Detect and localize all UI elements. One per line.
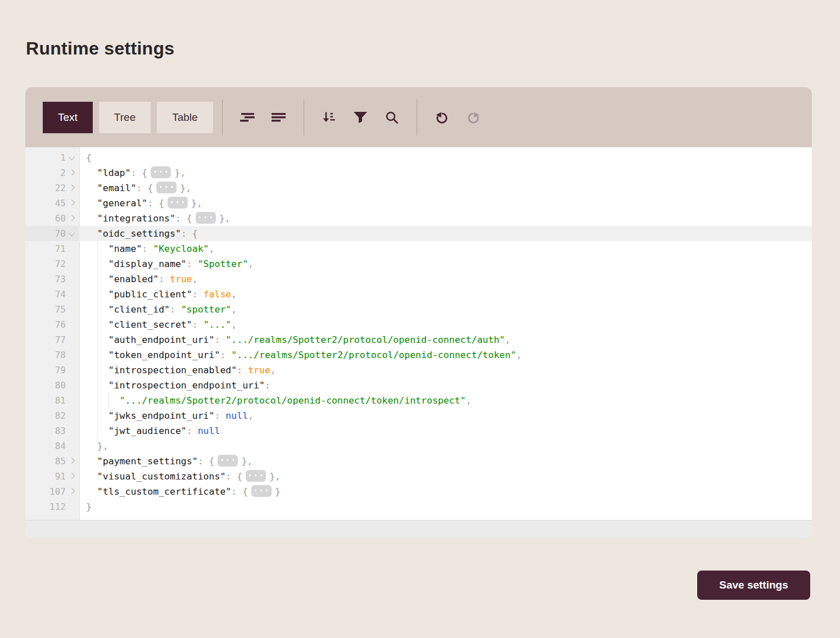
code-line[interactable]: 80"introspection_endpoint_uri": xyxy=(25,378,812,393)
undo-button[interactable] xyxy=(430,105,454,130)
collapsed-content-pill[interactable]: ··· xyxy=(196,212,216,224)
code-line[interactable]: 78"token_endpoint_uri": ".../realms/Spot… xyxy=(25,347,812,363)
fold-toggle[interactable] xyxy=(66,459,79,464)
token-key: "email" xyxy=(97,183,137,193)
mode-button-table[interactable]: Table xyxy=(157,102,213,133)
code-line-content: "oidc_settings": { xyxy=(79,226,812,241)
token-str: "spotter" xyxy=(181,304,231,315)
filter-icon xyxy=(353,111,368,124)
token-punct: , xyxy=(192,274,198,284)
code-line[interactable]: 83"jwt_audience": null xyxy=(25,423,812,438)
collapsed-content-pill[interactable]: ··· xyxy=(218,455,238,467)
code-line-content: "payment_settings": {···}, xyxy=(79,454,812,469)
code-line[interactable]: 75"client_id": "spotter", xyxy=(25,302,812,317)
filter-button[interactable] xyxy=(348,105,373,130)
json-text-editor[interactable]: 1{2"ldap": {···},22"email": {···},45"gen… xyxy=(25,147,812,520)
code-line[interactable]: 77"auth_endpoint_uri": ".../realms/Spott… xyxy=(25,332,812,347)
code-line[interactable]: 1{ xyxy=(25,150,812,165)
fold-collapsed-icon[interactable] xyxy=(69,214,75,220)
code-line[interactable]: 71"name": "Keycloak", xyxy=(25,241,812,256)
sort-button[interactable] xyxy=(317,105,341,130)
code-line[interactable]: 81".../realms/Spotter2/protocol/openid-c… xyxy=(25,393,812,408)
collapsed-content-pill[interactable]: ··· xyxy=(156,182,177,193)
fold-toggle[interactable] xyxy=(66,171,79,175)
fold-toggle[interactable] xyxy=(66,232,79,236)
line-gutter: 1 xyxy=(25,150,79,165)
mode-button-text[interactable]: Text xyxy=(43,102,93,133)
fold-collapsed-icon[interactable] xyxy=(69,199,75,205)
fold-expanded-icon[interactable] xyxy=(69,229,75,236)
code-line[interactable]: 76"client_secret": "...", xyxy=(25,317,812,332)
token-punct: , xyxy=(248,410,254,421)
collapsed-content-pill[interactable]: ··· xyxy=(246,470,266,482)
indent-guide xyxy=(97,302,98,317)
fold-toggle[interactable] xyxy=(66,186,79,191)
format-button[interactable] xyxy=(235,105,260,130)
token-key: "token_endpoint_uri" xyxy=(109,350,220,360)
search-button[interactable] xyxy=(380,105,404,130)
line-number: 81 xyxy=(25,393,66,408)
code-line[interactable]: 70"oidc_settings": { xyxy=(25,226,812,241)
code-line[interactable]: 74"public_client": false, xyxy=(25,287,812,302)
line-gutter: 79 xyxy=(25,363,79,378)
code-line-content: "auth_endpoint_uri": ".../realms/Spotter… xyxy=(79,332,812,347)
token-key: "display_name" xyxy=(109,259,187,269)
token-punct: }, xyxy=(241,456,252,467)
token-punct: : { xyxy=(136,183,153,193)
fold-toggle[interactable] xyxy=(66,490,79,494)
compact-button[interactable] xyxy=(267,105,291,130)
code-line[interactable]: 107"tls_custom_certificate": {···} xyxy=(25,484,812,499)
fold-toggle[interactable] xyxy=(66,156,79,160)
line-gutter: 60 xyxy=(25,211,79,226)
fold-toggle[interactable] xyxy=(66,201,79,206)
token-punct: : xyxy=(142,243,153,254)
token-bool: true xyxy=(248,365,270,375)
fold-expanded-icon[interactable] xyxy=(69,153,75,160)
fold-toggle[interactable] xyxy=(66,474,79,479)
code-line[interactable]: 2"ldap": {···}, xyxy=(25,165,812,180)
collapsed-content-pill[interactable]: ··· xyxy=(251,485,272,497)
token-bool: true xyxy=(170,274,192,284)
token-punct: , xyxy=(231,289,237,300)
fold-toggle[interactable] xyxy=(66,216,79,221)
redo-button[interactable] xyxy=(461,105,486,130)
line-gutter: 22 xyxy=(25,180,79,196)
token-punct: }, xyxy=(269,471,281,482)
code-line-content: "general": {···}, xyxy=(79,196,812,211)
code-line[interactable]: 72"display_name": "Spotter", xyxy=(25,256,812,272)
token-key: "auth_endpoint_uri" xyxy=(109,334,215,345)
code-line[interactable]: 85"payment_settings": {···}, xyxy=(25,454,812,469)
collapsed-content-pill[interactable]: ··· xyxy=(168,197,188,209)
code-line-content: "introspection_endpoint_uri": xyxy=(79,378,812,393)
code-line[interactable]: 73"enabled": true, xyxy=(25,272,812,287)
fold-collapsed-icon[interactable] xyxy=(69,457,75,463)
token-punct: , xyxy=(516,350,522,360)
mode-button-tree[interactable]: Tree xyxy=(99,102,151,133)
fold-collapsed-icon[interactable] xyxy=(69,169,75,175)
line-number: 2 xyxy=(25,165,66,180)
code-line[interactable]: 60"integrations": {···}, xyxy=(25,211,812,226)
code-line[interactable]: 84}, xyxy=(25,438,812,454)
code-line[interactable]: 45"general": {···}, xyxy=(25,196,812,211)
indent-guide xyxy=(97,378,98,393)
token-punct: , xyxy=(231,319,237,330)
fold-collapsed-icon[interactable] xyxy=(69,487,75,494)
code-line[interactable]: 112} xyxy=(25,499,812,514)
save-settings-button[interactable]: Save settings xyxy=(697,571,810,600)
line-number: 72 xyxy=(25,256,66,272)
line-number: 85 xyxy=(25,454,66,469)
line-gutter: 45 xyxy=(25,196,79,211)
code-line-content: "enabled": true, xyxy=(79,272,812,287)
code-line[interactable]: 82"jwks_endpoint_uri": null, xyxy=(25,408,812,423)
code-line[interactable]: 79"introspection_enabled": true, xyxy=(25,363,812,378)
line-gutter: 81 xyxy=(25,393,79,408)
code-line[interactable]: 91"visual_customizations": {···}, xyxy=(25,469,812,484)
token-punct: : xyxy=(214,334,225,345)
token-str: ".../realms/Spotter2/protocol/openid-con… xyxy=(225,334,505,345)
token-punct: }, xyxy=(97,441,109,451)
fold-collapsed-icon[interactable] xyxy=(69,472,75,478)
collapsed-content-pill[interactable]: ··· xyxy=(151,166,171,178)
fold-collapsed-icon[interactable] xyxy=(69,184,75,190)
line-number: 77 xyxy=(25,332,66,347)
code-line[interactable]: 22"email": {···}, xyxy=(25,180,812,196)
